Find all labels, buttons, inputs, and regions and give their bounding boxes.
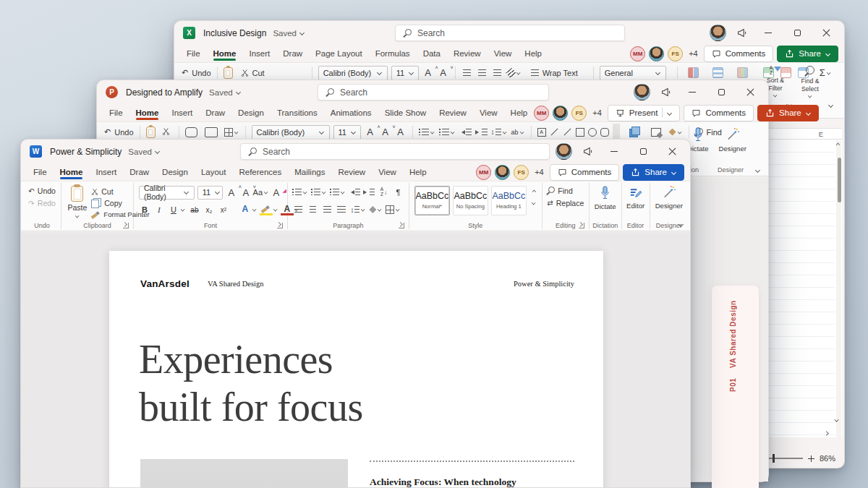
tab-file[interactable]: File: [103, 107, 129, 119]
decrease-indent-button[interactable]: [459, 127, 472, 138]
shading-button[interactable]: [369, 204, 383, 215]
redo-button[interactable]: ↷Redo: [28, 197, 56, 209]
tab-help[interactable]: Help: [518, 48, 548, 59]
tab-review[interactable]: Review: [331, 166, 372, 178]
tab-data[interactable]: Data: [417, 48, 447, 59]
bold-button[interactable]: B: [139, 204, 150, 215]
scroll-right-icon[interactable]: [824, 430, 829, 435]
feedback-megaphone-icon[interactable]: [736, 27, 749, 39]
word-titlebar[interactable]: W Power & Simplicity Saved Search: [21, 140, 690, 163]
powerpoint-save-status[interactable]: Saved: [209, 88, 233, 97]
shrink-font-button[interactable]: A˅: [438, 67, 449, 79]
image-placeholder[interactable]: [140, 459, 348, 487]
slide-layout-button[interactable]: [224, 127, 239, 138]
minimize-button[interactable]: [605, 143, 624, 160]
italic-button[interactable]: I: [153, 204, 165, 215]
align-right-button[interactable]: [321, 204, 333, 215]
undo-button[interactable]: ↶Undo: [104, 127, 134, 137]
dictate-button[interactable]: Dictate: [595, 184, 616, 210]
designer-button[interactable]: Designer: [655, 184, 683, 210]
align-middle-button[interactable]: [477, 67, 488, 79]
tab-insert[interactable]: Insert: [89, 166, 123, 178]
tab-design[interactable]: Design: [231, 107, 271, 119]
arrow-shape-icon[interactable]: [563, 129, 571, 136]
tab-home[interactable]: Home: [207, 48, 243, 59]
tab-file[interactable]: File: [180, 48, 207, 59]
zoom-level[interactable]: 86%: [820, 454, 835, 463]
clear-formatting-button[interactable]: A◢: [271, 187, 282, 198]
more-coauthors[interactable]: +4: [592, 108, 602, 117]
font-dialog-launcher[interactable]: [277, 223, 283, 228]
font-size-select[interactable]: 11: [333, 125, 361, 140]
cell-styles-icon[interactable]: [737, 67, 748, 78]
font-size-select[interactable]: 11: [391, 66, 419, 80]
document-page[interactable]: VanArsdel VA Shared Design Power & Simpl…: [109, 251, 603, 487]
align-bottom-button[interactable]: [492, 67, 503, 79]
numbered-list-button[interactable]: [311, 187, 327, 198]
wrap-text-button[interactable]: Wrap Text: [531, 69, 578, 77]
line-shape-icon[interactable]: [550, 129, 558, 136]
orientation-button[interactable]: [507, 67, 522, 79]
more-coauthors[interactable]: +4: [689, 49, 698, 58]
tab-view[interactable]: View: [488, 48, 519, 59]
text-direction-button[interactable]: ab: [511, 127, 525, 138]
tab-view[interactable]: View: [372, 166, 403, 178]
strikethrough-button[interactable]: ab: [189, 204, 200, 215]
tab-references[interactable]: References: [232, 166, 288, 178]
font-size-select[interactable]: 11: [197, 186, 223, 200]
highlight-button[interactable]: [260, 204, 272, 215]
new-slide-icon[interactable]: [185, 127, 197, 137]
comments-button[interactable]: Comments: [550, 164, 620, 181]
minimize-button[interactable]: [683, 84, 702, 101]
maximize-button[interactable]: [634, 143, 652, 160]
coauthor-avatar-fs[interactable]: FS: [668, 46, 683, 61]
user-avatar[interactable]: [556, 143, 572, 160]
more-coauthors[interactable]: +4: [535, 168, 544, 176]
scroll-up-icon[interactable]: [835, 142, 840, 147]
feedback-megaphone-icon[interactable]: [660, 86, 673, 98]
chevron-down-icon[interactable]: [299, 30, 305, 36]
quick-styles-icon[interactable]: [651, 128, 661, 137]
coauthor-avatar-mm[interactable]: MM: [476, 165, 491, 180]
multilevel-list-button[interactable]: [330, 187, 346, 198]
zoom-slider-thumb[interactable]: [773, 454, 775, 463]
text-effects-button[interactable]: A: [239, 204, 251, 215]
tab-transitions[interactable]: Transitions: [271, 107, 324, 119]
tab-draw[interactable]: Draw: [199, 107, 231, 119]
change-case-button[interactable]: Aa: [255, 187, 268, 198]
reuse-slides-icon[interactable]: [205, 127, 218, 137]
excel-search-box[interactable]: Search: [395, 25, 625, 41]
grow-font-button[interactable]: A˄: [226, 187, 237, 198]
share-button[interactable]: Share: [623, 164, 684, 181]
conditional-formatting-icon[interactable]: [688, 67, 699, 78]
feedback-megaphone-icon[interactable]: [582, 145, 595, 158]
close-button[interactable]: [741, 84, 760, 101]
show-formatting-button[interactable]: ¶: [392, 187, 404, 198]
maximize-button[interactable]: [788, 25, 807, 42]
collapse-ribbon-icon[interactable]: [678, 222, 684, 228]
tab-help[interactable]: Help: [504, 107, 535, 119]
text-box-shape-icon[interactable]: A: [537, 128, 546, 137]
coauthor-avatar-mm[interactable]: MM: [630, 46, 645, 61]
style-heading-1[interactable]: AaBbCc Heading 1: [491, 186, 527, 215]
sort-button[interactable]: AZ↓: [378, 187, 389, 198]
paragraph-dialog-launcher[interactable]: [399, 223, 404, 228]
scroll-down-icon[interactable]: [834, 417, 839, 422]
styles-scroll-down-icon[interactable]: [532, 201, 536, 205]
tab-review[interactable]: Review: [433, 107, 473, 119]
underline-button[interactable]: U: [168, 204, 179, 215]
increase-indent-button[interactable]: [363, 187, 375, 198]
close-button[interactable]: [663, 143, 681, 160]
shrink-font-button[interactable]: A˅: [380, 127, 391, 138]
increase-indent-button[interactable]: [475, 127, 488, 138]
format-as-table-icon[interactable]: [712, 67, 723, 78]
tab-insert[interactable]: Insert: [242, 48, 276, 59]
cut-icon[interactable]: [162, 127, 170, 137]
find-button[interactable]: Find: [547, 184, 584, 197]
close-button[interactable]: [817, 25, 835, 42]
powerpoint-search-box[interactable]: Search: [318, 84, 549, 100]
font-name-select[interactable]: Calibri (Body): [139, 186, 195, 200]
slide[interactable]: P01 VA Shared Design fy.: [712, 286, 759, 488]
rectangle-shape-icon[interactable]: [576, 128, 584, 137]
align-center-button[interactable]: [307, 204, 318, 215]
